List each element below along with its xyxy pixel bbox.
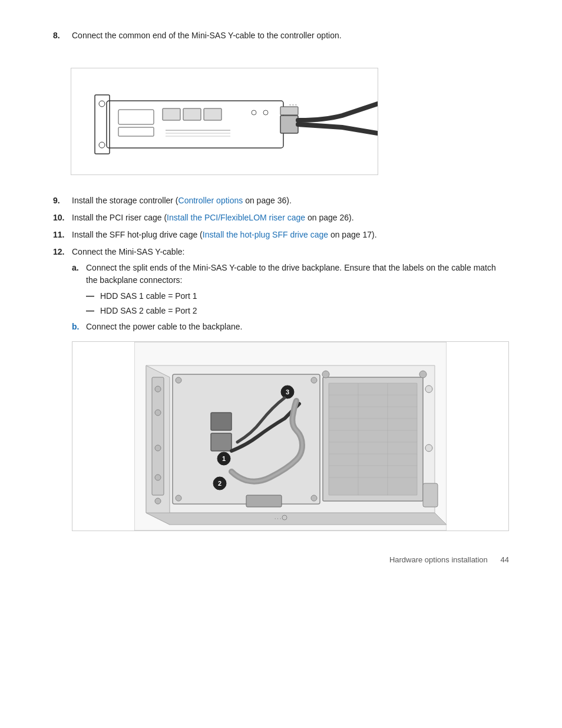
figure-2: 1 2 3 — [72, 341, 509, 531]
step-12b-text: Connect the power cable to the backplane… — [86, 321, 242, 333]
svg-point-37 — [155, 475, 161, 480]
svg-text:1: 1 — [222, 455, 226, 462]
step-12: 12. Connect the Mini-SAS Y-cable: a. Con… — [53, 246, 509, 543]
step-9-text-before: Install the storage controller ( — [72, 196, 178, 205]
svg-rect-7 — [183, 108, 201, 120]
step-9: 9. Install the storage controller (Contr… — [53, 195, 509, 207]
svg-point-52 — [311, 495, 317, 501]
step-12-substeps: a. Connect the split ends of the Mini-SA… — [72, 262, 509, 333]
svg-rect-1 — [95, 95, 110, 154]
step-12a-text: Connect the split ends of the Mini-SAS Y… — [86, 262, 509, 286]
step-10-text-before: Install the PCI riser cage ( — [72, 213, 167, 222]
step-12a-letter: a. — [72, 262, 86, 286]
svg-rect-48 — [246, 495, 282, 507]
svg-rect-22 — [329, 383, 417, 495]
svg-rect-6 — [163, 108, 180, 120]
svg-rect-59 — [423, 483, 438, 507]
bullet-2: — HDD SAS 2 cable = Port 2 — [86, 305, 509, 317]
svg-text:,  ,  ,: , , , — [289, 100, 297, 106]
step-12b: b. Connect the power cable to the backpl… — [72, 321, 509, 333]
svg-point-51 — [176, 495, 181, 501]
bullet-2-dash: — — [86, 305, 100, 317]
svg-text:3: 3 — [286, 388, 289, 396]
figure-1-svg: , , , — [71, 68, 378, 174]
svg-rect-10 — [280, 107, 298, 115]
bullet-1-dash: — — [86, 290, 100, 302]
svg-text:2: 2 — [218, 480, 222, 487]
step-11-content: Install the SFF hot-plug drive cage (Ins… — [72, 229, 509, 241]
page-content: 8. Connect the common end of the Mini-SA… — [0, 0, 562, 582]
svg-point-3 — [99, 142, 105, 148]
footer-spacer — [490, 555, 498, 564]
footer-text: Hardware options installation — [389, 555, 488, 564]
svg-text:,  ,  ,: , , , — [275, 515, 281, 520]
svg-point-38 — [155, 498, 161, 504]
step-12-number: 12. — [53, 246, 72, 258]
svg-point-11 — [252, 110, 256, 115]
svg-point-55 — [282, 515, 287, 520]
step-9-content: Install the storage controller (Controll… — [72, 195, 509, 207]
step-12a: a. Connect the split ends of the Mini-SA… — [72, 262, 509, 286]
controller-options-link[interactable]: Controller options — [178, 196, 243, 205]
svg-point-34 — [155, 386, 161, 392]
svg-rect-9 — [280, 116, 298, 133]
svg-point-36 — [155, 445, 161, 451]
svg-point-56 — [425, 386, 432, 393]
step-10: 10. Install the PCI riser cage (Install … — [53, 212, 509, 224]
svg-rect-5 — [118, 127, 154, 136]
step-11-text-before: Install the SFF hot-plug drive cage ( — [72, 230, 203, 239]
step-8: 8. Connect the common end of the Mini-SA… — [53, 29, 509, 42]
svg-rect-40 — [211, 433, 232, 451]
pci-riser-link[interactable]: Install the PCI/FlexibleLOM riser cage — [167, 213, 305, 222]
step-10-content: Install the PCI riser cage (Install the … — [72, 212, 509, 224]
step-12-text: Connect the Mini-SAS Y-cable: — [72, 247, 184, 256]
svg-point-12 — [263, 110, 268, 115]
step-11: 11. Install the SFF hot-plug drive cage … — [53, 229, 509, 241]
svg-marker-20 — [146, 513, 447, 525]
bullet-1: — HDD SAS 1 cable = Port 1 — [86, 290, 509, 302]
svg-rect-4 — [118, 110, 154, 124]
bullet-2-text: HDD SAS 2 cable = Port 2 — [100, 305, 197, 317]
step-8-text: Connect the common end of the Mini-SAS Y… — [72, 29, 509, 42]
svg-rect-39 — [173, 374, 320, 504]
step-11-text-after: on page 17). — [328, 230, 377, 239]
figure-1: , , , — [71, 68, 378, 175]
svg-point-2 — [99, 101, 105, 107]
sff-drive-cage-link[interactable]: Install the hot-plug SFF drive cage — [203, 230, 328, 239]
bullet-1-text: HDD SAS 1 cable = Port 1 — [100, 290, 197, 302]
step-11-number: 11. — [53, 229, 72, 241]
footer: Hardware options installation 44 — [389, 555, 509, 564]
svg-point-53 — [419, 371, 427, 378]
step-9-text-after: on page 36). — [243, 196, 292, 205]
step-10-text-after: on page 26). — [305, 213, 354, 222]
step-12b-letter: b. — [72, 321, 86, 333]
step-12-content: Connect the Mini-SAS Y-cable: a. Connect… — [72, 246, 509, 543]
svg-rect-41 — [211, 413, 232, 430]
step-9-number: 9. — [53, 195, 72, 207]
step-8-number: 8. — [53, 29, 72, 42]
figure-2-svg: 1 2 3 — [134, 342, 447, 531]
svg-point-49 — [176, 377, 181, 383]
svg-point-54 — [322, 371, 329, 378]
svg-point-50 — [311, 377, 317, 383]
svg-rect-8 — [204, 108, 222, 120]
svg-point-35 — [155, 410, 161, 416]
step-10-number: 10. — [53, 212, 72, 224]
svg-point-57 — [425, 444, 432, 452]
footer-page-number: 44 — [501, 555, 509, 564]
